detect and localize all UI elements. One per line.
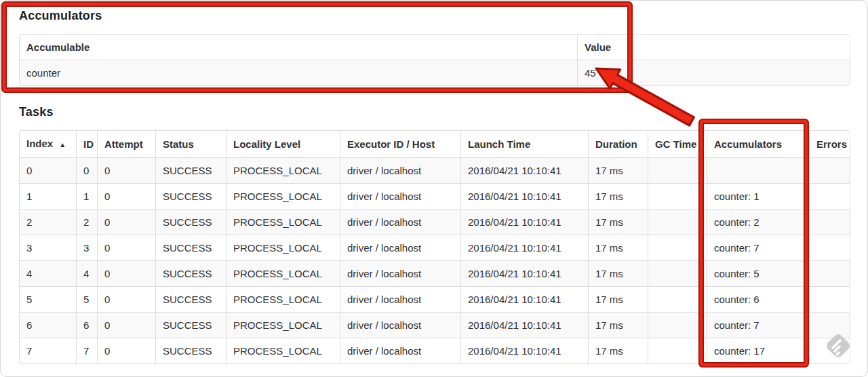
table-cell: 0 — [20, 157, 76, 183]
table-cell: 2016/04/21 10:10:41 — [460, 260, 588, 286]
table-cell: 6 — [76, 312, 97, 338]
table-cell: 4 — [76, 260, 97, 286]
column-header-executor-id-host[interactable]: Executor ID / Host — [340, 131, 460, 157]
table-cell: counter: 7 — [707, 312, 809, 338]
table-row: 440SUCCESSPROCESS_LOCALdriver / localhos… — [20, 260, 850, 286]
table-cell: driver / localhost — [340, 286, 460, 312]
table-row: counter45 — [20, 60, 850, 85]
table-cell: 2 — [76, 209, 97, 235]
table-cell: counter: 17 — [707, 338, 809, 363]
table-cell: driver / localhost — [340, 312, 460, 338]
column-header-attempt[interactable]: Attempt — [97, 131, 155, 157]
table-cell: 0 — [97, 235, 155, 260]
table-cell: 0 — [97, 260, 155, 286]
column-header-locality-level[interactable]: Locality Level — [226, 131, 340, 157]
table-cell: SUCCESS — [155, 157, 226, 183]
tasks-table: Index▲IDAttemptStatusLocality LevelExecu… — [19, 130, 850, 364]
table-cell: 17 ms — [588, 260, 648, 286]
table-row: 000SUCCESSPROCESS_LOCALdriver / localhos… — [20, 157, 850, 183]
spark-stage-detail-page: Accumulators AccumulableValuecounter45 T… — [19, 0, 849, 364]
table-cell: PROCESS_LOCAL — [226, 286, 340, 312]
table-cell: driver / localhost — [340, 235, 460, 260]
table-cell — [809, 209, 850, 235]
header-row: Index▲IDAttemptStatusLocality LevelExecu… — [20, 131, 850, 157]
table-cell: SUCCESS — [155, 235, 226, 260]
table-cell: 3 — [76, 235, 97, 260]
table-row: 550SUCCESSPROCESS_LOCALdriver / localhos… — [20, 286, 850, 312]
accumulators-table: AccumulableValuecounter45 — [19, 34, 850, 86]
header-row: AccumulableValue — [20, 35, 850, 60]
table-cell — [809, 235, 850, 260]
table-cell: 0 — [76, 157, 97, 183]
table-cell: 3 — [20, 235, 76, 260]
table-cell: SUCCESS — [155, 286, 226, 312]
column-header-accumulators[interactable]: Accumulators — [707, 131, 809, 157]
table-cell — [707, 157, 809, 183]
table-cell: driver / localhost — [340, 157, 460, 183]
table-cell: 4 — [20, 260, 76, 286]
table-cell: driver / localhost — [340, 183, 460, 209]
table-cell: 2016/04/21 10:10:41 — [460, 338, 588, 363]
table-cell — [809, 286, 850, 312]
table-cell: 17 ms — [588, 338, 648, 363]
column-header-value[interactable]: Value — [577, 35, 850, 60]
table-cell: 2016/04/21 10:10:41 — [460, 286, 588, 312]
column-header-id[interactable]: ID — [76, 131, 97, 157]
table-cell: counter: 2 — [707, 209, 809, 235]
column-header-accumulable[interactable]: Accumulable — [20, 35, 577, 60]
table-cell — [809, 157, 850, 183]
column-header-launch-time[interactable]: Launch Time — [460, 131, 588, 157]
table-cell: 7 — [20, 338, 76, 363]
table-cell: 2016/04/21 10:10:41 — [460, 183, 588, 209]
table-row: 770SUCCESSPROCESS_LOCALdriver / localhos… — [20, 338, 850, 363]
table-cell: SUCCESS — [155, 183, 226, 209]
table-cell — [648, 338, 707, 363]
table-cell: counter — [20, 60, 577, 85]
table-cell: PROCESS_LOCAL — [226, 183, 340, 209]
tasks-section-title: Tasks — [19, 105, 849, 119]
table-cell: 2016/04/21 10:10:41 — [460, 312, 588, 338]
table-cell: 17 ms — [588, 312, 648, 338]
table-cell: 17 ms — [588, 209, 648, 235]
table-cell — [648, 286, 707, 312]
column-header-index[interactable]: Index▲ — [20, 131, 76, 157]
table-cell: 0 — [97, 183, 155, 209]
annotation-tool-watermark-icon — [822, 330, 854, 365]
table-cell: 5 — [20, 286, 76, 312]
table-cell: PROCESS_LOCAL — [226, 235, 340, 260]
table-cell: PROCESS_LOCAL — [226, 260, 340, 286]
table-cell: PROCESS_LOCAL — [226, 338, 340, 363]
table-cell: PROCESS_LOCAL — [226, 157, 340, 183]
table-cell: 7 — [76, 338, 97, 363]
table-cell: counter: 7 — [707, 235, 809, 260]
table-row: 220SUCCESSPROCESS_LOCALdriver / localhos… — [20, 209, 850, 235]
table-row: 660SUCCESSPROCESS_LOCALdriver / localhos… — [20, 312, 850, 338]
table-cell: 2016/04/21 10:10:41 — [460, 235, 588, 260]
column-header-errors[interactable]: Errors — [809, 131, 850, 157]
table-row: 110SUCCESSPROCESS_LOCALdriver / localhos… — [20, 183, 850, 209]
table-cell — [648, 209, 707, 235]
table-cell: driver / localhost — [340, 260, 460, 286]
table-row: 330SUCCESSPROCESS_LOCALdriver / localhos… — [20, 235, 850, 260]
table-cell — [648, 183, 707, 209]
table-cell: 17 ms — [588, 286, 648, 312]
table-cell — [809, 183, 850, 209]
table-cell: 0 — [97, 338, 155, 363]
table-cell: 5 — [76, 286, 97, 312]
table-cell: PROCESS_LOCAL — [226, 209, 340, 235]
table-cell: counter: 1 — [707, 183, 809, 209]
table-cell: 0 — [97, 286, 155, 312]
table-cell: 0 — [97, 312, 155, 338]
table-cell — [648, 260, 707, 286]
table-cell: 1 — [20, 183, 76, 209]
table-cell: 2016/04/21 10:10:41 — [460, 157, 588, 183]
column-header-gc-time[interactable]: GC Time — [648, 131, 707, 157]
table-cell: counter: 6 — [707, 286, 809, 312]
sort-ascending-icon: ▲ — [59, 141, 66, 148]
table-cell — [648, 157, 707, 183]
table-cell: 17 ms — [588, 183, 648, 209]
column-header-duration[interactable]: Duration — [588, 131, 648, 157]
accumulators-section-title: Accumulators — [19, 9, 849, 23]
column-header-status[interactable]: Status — [155, 131, 226, 157]
table-cell: PROCESS_LOCAL — [226, 312, 340, 338]
